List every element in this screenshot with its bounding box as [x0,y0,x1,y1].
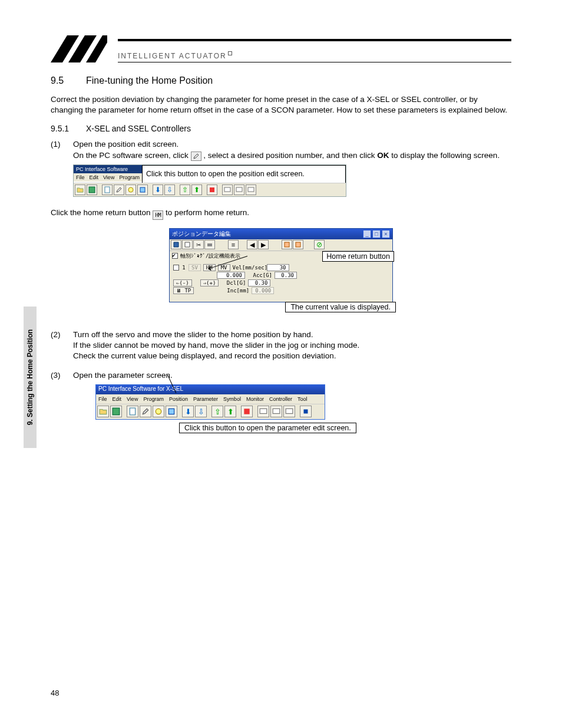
dcl-value[interactable]: 0.30 [248,279,270,286]
edit-position-icon[interactable] [114,185,124,195]
svg-rect-4 [105,187,110,193]
edit-position-icon[interactable] [140,406,151,417]
cut-icon[interactable]: ✂ [193,240,204,249]
fig3-menu-program[interactable]: Program [143,396,164,402]
save-icon[interactable] [87,185,97,195]
minimize-icon[interactable]: _ [363,230,371,238]
monitor1-icon[interactable] [222,185,233,195]
fig3-menu-controller[interactable]: Controller [269,396,292,402]
run-icon[interactable]: ⇧ [180,185,190,195]
monitor2-icon[interactable] [270,406,282,417]
step-2-line1: Turn off the servo and move the slider t… [73,330,511,340]
chapter-side-label: 9. Setting the Home Position [26,330,34,426]
stop-icon[interactable] [207,185,217,195]
next-icon[interactable]: ▶ [258,240,269,249]
step-1-label: (1) [51,139,73,160]
save-icon[interactable] [171,240,181,249]
fig3-menu-parameter[interactable]: Parameter [193,396,218,402]
upload-icon[interactable]: ⇩ [195,406,207,417]
monitor2-icon[interactable] [234,185,244,195]
pause-icon[interactable] [241,406,253,417]
svg-point-16 [156,409,161,414]
acc-value[interactable]: 0.30 [275,272,297,279]
monitor3-icon[interactable] [246,185,256,195]
save-icon[interactable] [110,406,122,417]
axis-checkbox[interactable] [173,265,179,271]
home-return-icon: HM [153,210,163,220]
fig1-title: PC Interface Software [76,166,128,172]
edit-parameter-icon[interactable] [166,406,177,417]
step-1-line2c: to display the following screen. [391,151,500,160]
vel-value[interactable]: 30 [267,264,289,271]
page-number: 48 [51,689,59,697]
svg-rect-20 [273,409,280,414]
fig2-opt-label: 軸別ｼﾞｮｸﾞ/設定機能表示 [180,252,240,260]
open-icon[interactable] [97,406,109,417]
edit-program-icon[interactable] [102,185,113,195]
teach1-icon[interactable] [282,240,292,249]
open-icon[interactable] [75,185,85,195]
monitor1-icon[interactable] [257,406,269,417]
close-icon[interactable]: × [382,230,390,238]
section-number: 9.5 [51,75,86,86]
download-icon[interactable]: ⬇ [182,406,194,417]
fig3-menu-edit[interactable]: Edit [113,396,122,402]
monitor3-icon[interactable] [283,406,295,417]
step-2-line2: If the slider cannot be moved by hand, m… [73,340,511,351]
fig1-toolbar: ⬇ ⇩ ⇧ ⬆ [74,183,346,196]
run-icon[interactable]: ⇧ [211,406,223,417]
fig1-menu-program[interactable]: Program [119,174,140,180]
fig1-menu-file[interactable]: File [76,174,85,180]
fig1-menu-edit[interactable]: Edit [90,174,99,180]
svg-rect-19 [260,409,267,414]
display-checkbox[interactable] [172,253,178,259]
edit-symbol-icon[interactable] [153,406,164,417]
svg-rect-21 [286,409,293,414]
fig3-menu-view[interactable]: View [127,396,138,402]
upload-icon[interactable]: ⇩ [164,185,175,195]
svg-rect-8 [224,187,230,192]
sv-button[interactable]: SV [189,264,201,271]
jog-plus-button[interactable]: ⇒(+) [200,279,219,286]
hr-line-a: Click the home return button [51,208,153,217]
fig3-callout: Click this button to open the parameter … [179,423,356,433]
fig3-menu-monitor[interactable]: Monitor [246,396,264,402]
fig2-callout-home-return: Home return button [322,251,394,262]
pencil-icon [191,151,201,161]
fig1-menu-view[interactable]: View [103,174,114,180]
ok-bold: OK [377,151,389,160]
cancel-icon[interactable]: ⊘ [314,240,325,249]
vel-label: Vel[mm/sec] [233,265,265,271]
fig3-menu-file[interactable]: File [98,396,107,402]
edit-symbol-icon[interactable] [125,185,136,195]
edit-parameter-icon[interactable] [137,185,148,195]
edit-program-icon[interactable] [127,406,138,417]
list-icon[interactable]: ≡ [228,240,239,249]
svg-rect-22 [304,410,308,414]
download-icon[interactable]: ⬇ [153,185,163,195]
fig3-menu-position[interactable]: Position [169,396,188,402]
maximize-icon[interactable]: □ [372,230,381,238]
logo-icon [51,35,107,62]
saveas-icon[interactable] [182,240,193,249]
tp-button[interactable]: 🖥 TP [173,287,194,294]
print-icon[interactable] [204,240,215,249]
home-return-line: Click the home return button HM to perfo… [51,207,511,220]
chapter-side-tab: 9. Setting the Home Position [24,307,37,448]
step-icon[interactable]: ⬆ [224,406,236,417]
jog-minus-button[interactable]: ⇐(-) [173,279,192,286]
teach2-icon[interactable] [293,240,303,249]
section-intro: Correct the position deviation by changi… [51,94,511,116]
fig2-toolbar: ✂ ≡ ◀ ▶ ⊘ [170,239,392,251]
hr-line-b: to perform home return. [166,208,249,217]
stop-icon[interactable] [300,406,312,417]
svg-rect-14 [113,408,120,415]
fig3-menu-tool[interactable]: Tool [297,396,308,402]
prev-icon[interactable]: ◀ [247,240,257,249]
inc-value[interactable]: 0.000 [252,287,274,294]
fig3-menu-symbol[interactable]: Symbol [223,396,241,402]
fig1-menubar: File Edit View Program [74,173,142,182]
fig3-callout-text: Click this button to open the parameter … [184,424,351,432]
step-icon[interactable]: ⬆ [191,185,202,195]
step-1-line2b: , select a desired position number, and … [203,151,377,160]
